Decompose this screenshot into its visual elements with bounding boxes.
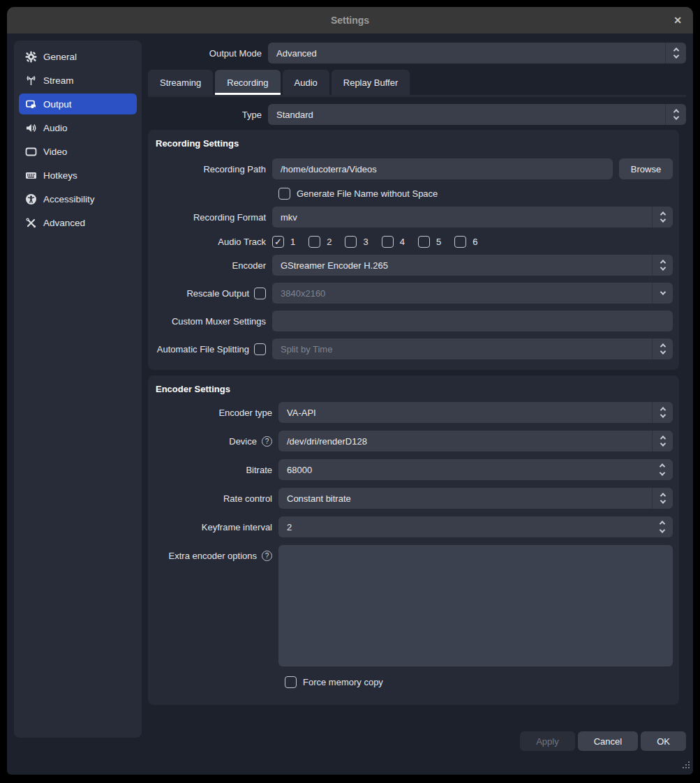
sidebar-item-output[interactable]: Output: [19, 94, 137, 114]
rescale-output-select[interactable]: 3840x2160: [272, 283, 673, 304]
device-label: Device ?: [155, 436, 278, 447]
auto-split-row: Automatic File Splitting Split by Time: [155, 338, 673, 359]
checkbox-icon[interactable]: [272, 236, 284, 248]
auto-split-select[interactable]: Split by Time: [272, 338, 673, 359]
output-mode-select[interactable]: Advanced: [268, 43, 686, 64]
rate-control-label: Rate control: [155, 493, 278, 504]
keyframe-interval-spinner[interactable]: 2: [278, 516, 673, 537]
output-icon: [25, 98, 37, 110]
rate-control-select[interactable]: Constant bitrate: [278, 488, 673, 509]
cancel-button[interactable]: Cancel: [578, 731, 638, 751]
sidebar-item-label: Audio: [43, 123, 68, 133]
encoder-settings-panel: Encoder Settings Encoder type VA-API Dev…: [148, 375, 679, 705]
tab-streaming[interactable]: Streaming: [148, 70, 213, 95]
extra-options-row: Extra encoder options ?: [155, 545, 673, 666]
browse-button[interactable]: Browse: [619, 158, 673, 179]
checkbox-icon[interactable]: [345, 236, 357, 248]
tab-label: Streaming: [160, 77, 201, 88]
encoder-type-select[interactable]: VA-API: [278, 402, 673, 423]
sidebar-item-label: Video: [43, 147, 67, 157]
title-bar[interactable]: Settings ✕: [7, 7, 693, 33]
recording-format-value: mkv: [272, 207, 652, 228]
checkbox-icon[interactable]: [308, 236, 320, 248]
generate-no-space-checkbox[interactable]: Generate File Name without Space: [278, 188, 673, 200]
recording-path-label: Recording Path: [155, 164, 272, 174]
audio-track-6-checkbox[interactable]: 6: [454, 236, 477, 248]
device-text: Device: [229, 436, 257, 447]
generate-no-space-label: Generate File Name without Space: [297, 188, 438, 199]
audio-track-row: Audio Track 1 2: [155, 236, 673, 248]
audio-track-number: 6: [472, 237, 477, 247]
audio-track-5-checkbox[interactable]: 5: [418, 236, 441, 248]
ok-button[interactable]: OK: [641, 731, 686, 751]
recording-format-row: Recording Format mkv: [155, 207, 673, 228]
tab-replay-buffer[interactable]: Replay Buffer: [332, 70, 410, 95]
keyframe-interval-value: 2: [278, 522, 673, 532]
speaker-icon: [25, 122, 37, 134]
apply-button[interactable]: Apply: [520, 731, 575, 751]
chevron-down-icon: [652, 283, 673, 304]
sidebar-item-label: Advanced: [43, 218, 85, 228]
auto-split-checkbox[interactable]: [254, 343, 266, 355]
bitrate-row: Bitrate 68000: [155, 459, 673, 480]
bitrate-label: Bitrate: [155, 465, 278, 475]
encoder-type-row: Encoder type VA-API: [155, 402, 673, 423]
type-value: Standard: [268, 104, 665, 125]
audio-track-4-checkbox[interactable]: 4: [382, 236, 405, 248]
help-icon[interactable]: ?: [262, 551, 272, 561]
device-select[interactable]: /dev/dri/renderD128: [278, 431, 673, 452]
resize-grip[interactable]: [681, 760, 690, 773]
extra-options-textarea[interactable]: [278, 545, 673, 666]
rate-control-value: Constant bitrate: [278, 488, 652, 509]
output-mode-label: Output Mode: [148, 48, 268, 59]
checkbox-icon[interactable]: [382, 236, 394, 248]
sidebar-item-accessibility[interactable]: Accessibility: [19, 188, 137, 209]
sidebar-item-video[interactable]: Video: [19, 141, 137, 162]
tab-recording[interactable]: Recording: [215, 70, 280, 95]
settings-sidebar: General Stream Output: [14, 40, 142, 738]
encoder-select[interactable]: GStreamer Encoder H.265: [272, 255, 673, 276]
rescale-output-checkbox[interactable]: [254, 288, 266, 299]
display-icon: [25, 146, 37, 158]
audio-track-number: 1: [290, 237, 295, 247]
custom-muxer-input[interactable]: [272, 311, 673, 331]
sidebar-item-stream[interactable]: Stream: [19, 70, 137, 91]
audio-track-3-checkbox[interactable]: 3: [345, 236, 368, 248]
chevron-updown-icon: [652, 338, 673, 359]
chevron-updown-icon: [652, 488, 673, 509]
custom-muxer-row: Custom Muxer Settings: [155, 311, 673, 331]
close-icon[interactable]: ✕: [673, 15, 682, 25]
checkbox-icon[interactable]: [285, 676, 297, 688]
encoder-value: GStreamer Encoder H.265: [272, 255, 652, 276]
bitrate-spinner[interactable]: 68000: [278, 459, 673, 480]
sidebar-item-label: Output: [43, 99, 72, 110]
tab-audio[interactable]: Audio: [283, 70, 329, 95]
sidebar-item-advanced[interactable]: Advanced: [19, 212, 137, 233]
audio-track-2-checkbox[interactable]: 2: [308, 236, 332, 248]
help-icon[interactable]: ?: [262, 436, 272, 447]
force-memory-copy-label: Force memory copy: [303, 677, 383, 687]
checkbox-icon[interactable]: [418, 236, 430, 248]
sidebar-item-hotkeys[interactable]: Hotkeys: [19, 165, 137, 186]
sidebar-item-general[interactable]: General: [19, 46, 137, 67]
audio-track-1-checkbox[interactable]: 1: [272, 236, 295, 248]
sidebar-item-label: Hotkeys: [43, 170, 77, 181]
keyframe-interval-label: Keyframe interval: [155, 522, 278, 532]
recording-format-select[interactable]: mkv: [272, 207, 673, 228]
rate-control-row: Rate control Constant bitrate: [155, 488, 673, 509]
encoder-row: Encoder GStreamer Encoder H.265: [155, 255, 673, 276]
type-select[interactable]: Standard: [268, 104, 686, 125]
force-memory-copy-checkbox[interactable]: Force memory copy: [285, 676, 673, 688]
checkbox-icon[interactable]: [454, 236, 466, 248]
auto-split-value: Split by Time: [272, 338, 652, 359]
rescale-output-label: Rescale Output: [155, 288, 272, 299]
recording-path-input[interactable]: [272, 158, 613, 179]
settings-main: Output Mode Advanced Streaming Recording…: [148, 40, 686, 768]
bitrate-value: 68000: [278, 465, 673, 475]
checkbox-icon[interactable]: [278, 188, 290, 200]
dialog-footer: Apply Cancel OK: [148, 731, 686, 751]
sidebar-item-audio[interactable]: Audio: [19, 117, 137, 138]
chevron-updown-icon: [652, 431, 673, 452]
output-mode-row: Output Mode Advanced: [148, 43, 686, 64]
chevron-updown-icon: [665, 104, 686, 125]
